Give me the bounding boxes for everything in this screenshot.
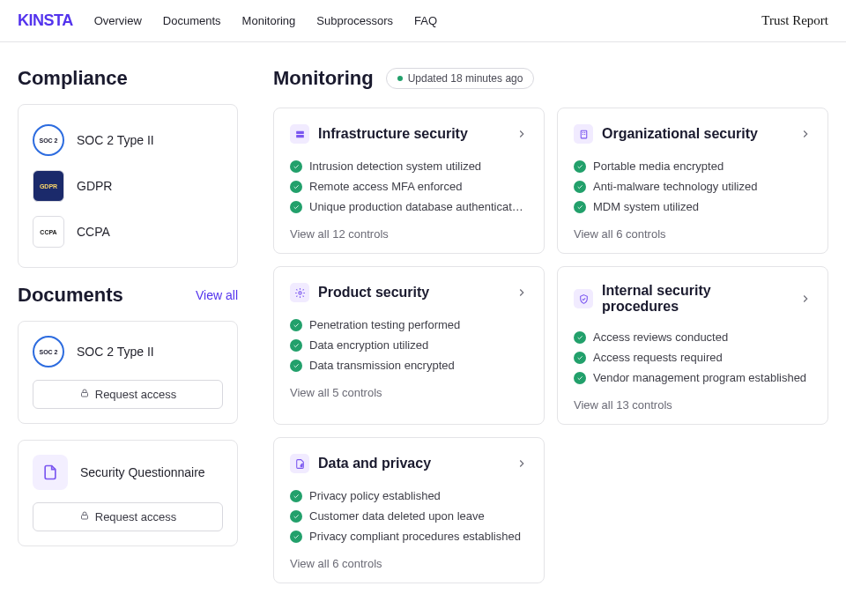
- view-all-controls[interactable]: View all 12 controls: [290, 227, 528, 241]
- chevron-right-icon: [799, 293, 812, 305]
- check-icon: [574, 352, 586, 364]
- control-item: MDM system utilized: [574, 197, 812, 217]
- control-item: Anti-malware technology utilized: [574, 176, 812, 197]
- view-all-controls[interactable]: View all 13 controls: [574, 398, 812, 412]
- request-access-button[interactable]: Request access: [33, 502, 223, 531]
- view-all-controls[interactable]: View all 6 controls: [290, 557, 528, 570]
- brand-logo[interactable]: KINSTA: [18, 11, 73, 30]
- request-access-button[interactable]: Request access: [33, 380, 223, 409]
- control-item: Customer data deleted upon leave: [290, 506, 528, 526]
- control-item: Data transmission encrypted: [290, 355, 528, 375]
- organization-icon: [574, 124, 593, 144]
- card-header[interactable]: Internal security procedures: [574, 283, 812, 315]
- document-card-soc2: SOC 2 SOC 2 Type II Request access: [18, 321, 238, 424]
- check-icon: [574, 160, 586, 173]
- status-dot-icon: [397, 76, 403, 81]
- document-head: SOC 2 SOC 2 Type II: [33, 336, 223, 367]
- card-header[interactable]: Product security: [290, 283, 528, 302]
- card-organizational-security: Organizational security Portable media e…: [557, 108, 828, 254]
- card-internal-security-procedures: Internal security procedures Access revi…: [557, 266, 828, 425]
- control-item: Intrusion detection system utilized: [290, 156, 528, 176]
- chevron-right-icon: [516, 286, 528, 299]
- nav-subprocessors[interactable]: Subprocessors: [316, 14, 393, 27]
- check-icon: [290, 510, 302, 523]
- page: Compliance SOC 2 SOC 2 Type II GDPR GDPR…: [0, 42, 846, 583]
- lock-icon: [79, 510, 90, 523]
- check-icon: [290, 319, 302, 331]
- svg-rect-2: [296, 130, 304, 133]
- product-icon: [290, 283, 309, 302]
- svg-rect-4: [581, 130, 587, 138]
- compliance-panel: SOC 2 SOC 2 Type II GDPR GDPR CCPA CCPA: [18, 104, 238, 268]
- ccpa-badge-icon: CCPA: [33, 216, 64, 248]
- header: KINSTA Overview Documents Monitoring Sub…: [0, 0, 846, 42]
- nav-documents[interactable]: Documents: [163, 14, 221, 27]
- infrastructure-icon: [290, 124, 309, 144]
- privacy-icon: [290, 454, 309, 473]
- check-icon: [574, 331, 586, 344]
- control-item: Unique production database authenticat…: [290, 197, 528, 217]
- nav-monitoring[interactable]: Monitoring: [242, 14, 296, 27]
- status-pill: Updated 18 minutes ago: [386, 68, 535, 89]
- check-icon: [290, 181, 302, 193]
- svg-rect-0: [81, 393, 87, 397]
- shield-icon: [574, 289, 593, 308]
- card-title: Infrastructure security: [318, 126, 507, 142]
- nav-faq[interactable]: FAQ: [414, 14, 437, 27]
- chevron-right-icon: [516, 457, 528, 470]
- card-header[interactable]: Infrastructure security: [290, 124, 528, 144]
- compliance-item-gdpr[interactable]: GDPR GDPR: [33, 163, 223, 209]
- document-card-questionnaire: Security Questionnaire Request access: [18, 440, 238, 546]
- control-item: Privacy policy established: [290, 486, 528, 506]
- soc2-badge-icon: SOC 2: [33, 336, 64, 367]
- view-all-controls[interactable]: View all 5 controls: [290, 386, 528, 399]
- document-title: Security Questionnaire: [80, 465, 205, 479]
- check-icon: [290, 160, 302, 173]
- compliance-title: Compliance: [18, 67, 238, 90]
- svg-rect-3: [296, 135, 304, 137]
- chevron-right-icon: [799, 128, 812, 140]
- card-title: Internal security procedures: [602, 283, 790, 315]
- svg-rect-1: [81, 516, 87, 520]
- compliance-item-ccpa[interactable]: CCPA CCPA: [33, 209, 223, 255]
- monitoring-title: Monitoring: [273, 67, 374, 90]
- request-access-label: Request access: [95, 510, 177, 523]
- card-title: Data and privacy: [318, 456, 507, 471]
- trust-report-label: Trust Report: [761, 13, 828, 28]
- control-item: Portable media encrypted: [574, 156, 812, 176]
- chevron-right-icon: [516, 128, 528, 140]
- soc2-badge-icon: SOC 2: [33, 124, 64, 156]
- control-item: Remote access MFA enforced: [290, 176, 528, 197]
- compliance-label: GDPR: [77, 179, 112, 193]
- documents-view-all[interactable]: View all: [196, 288, 238, 302]
- control-item: Data encryption utilized: [290, 335, 528, 355]
- right-column: Monitoring Updated 18 minutes ago Infras…: [273, 67, 828, 583]
- status-text: Updated 18 minutes ago: [408, 72, 523, 85]
- document-icon: [33, 455, 68, 490]
- check-icon: [290, 360, 302, 372]
- document-title: SOC 2 Type II: [77, 345, 154, 359]
- control-item: Penetration testing performed: [290, 315, 528, 335]
- document-head: Security Questionnaire: [33, 455, 223, 490]
- request-access-label: Request access: [95, 388, 177, 401]
- lock-icon: [79, 388, 90, 401]
- card-infrastructure-security: Infrastructure security Intrusion detect…: [273, 108, 545, 254]
- monitoring-head: Monitoring Updated 18 minutes ago: [273, 67, 828, 90]
- gdpr-badge-icon: GDPR: [33, 170, 64, 202]
- control-item: Vendor management program established: [574, 367, 812, 388]
- card-product-security: Product security Penetration testing per…: [273, 266, 545, 425]
- card-header[interactable]: Organizational security: [574, 124, 812, 144]
- card-data-and-privacy: Data and privacy Privacy policy establis…: [273, 437, 545, 583]
- monitoring-cards: Infrastructure security Intrusion detect…: [273, 108, 828, 583]
- view-all-controls[interactable]: View all 6 controls: [574, 227, 812, 241]
- check-icon: [574, 201, 586, 213]
- card-title: Product security: [318, 285, 507, 301]
- compliance-label: CCPA: [77, 225, 110, 239]
- documents-title: Documents: [18, 284, 123, 307]
- left-column: Compliance SOC 2 SOC 2 Type II GDPR GDPR…: [18, 67, 238, 583]
- compliance-item-soc2[interactable]: SOC 2 SOC 2 Type II: [33, 117, 223, 163]
- check-icon: [290, 531, 302, 543]
- check-icon: [290, 339, 302, 352]
- card-header[interactable]: Data and privacy: [290, 454, 528, 473]
- nav-overview[interactable]: Overview: [94, 14, 142, 27]
